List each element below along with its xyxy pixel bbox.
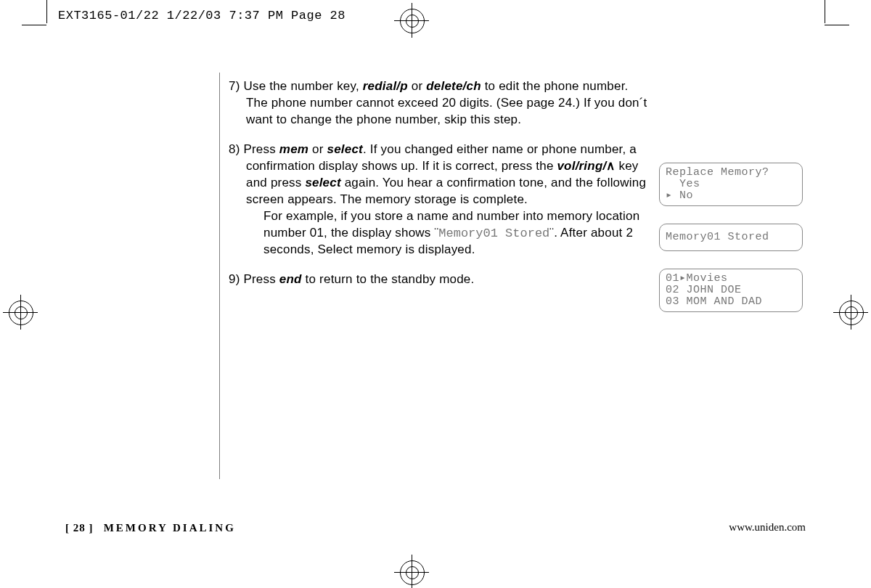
text: Press xyxy=(243,272,279,286)
text: or xyxy=(308,142,327,156)
body-text: 7) Use the number key, redial/p or delet… xyxy=(229,78,650,301)
registration-mark-top xyxy=(397,6,426,35)
registration-mark-right xyxy=(836,298,865,327)
lcd-memory-stored: Memory01 Stored xyxy=(659,224,803,251)
lcd-line: 03 MOM AND DAD xyxy=(666,295,762,308)
key-mem: mem xyxy=(279,142,308,156)
print-slug: EXT3165-01/22 1/22/03 7:37 PM Page 28 xyxy=(58,9,345,23)
lcd-inline-text: Memory01 Stored xyxy=(438,226,549,240)
cropmark xyxy=(22,25,46,25)
page-footer: [ 28 ] MEMORY DIALING www.uniden.com xyxy=(65,521,806,534)
lcd-line: 01▸Movies xyxy=(666,272,728,285)
text: Use the number key, xyxy=(243,79,362,93)
cursor-icon: ▸ xyxy=(666,189,673,202)
step-num: 7) xyxy=(229,79,240,93)
text: to return to the standby mode. xyxy=(302,272,475,286)
key-vol-ring: vol/ring/ xyxy=(557,159,606,173)
step-9: 9) Press end to return to the standby mo… xyxy=(229,271,650,288)
lcd-memory-list: 01▸Movies 02 JOHN DOE 03 MOM AND DAD xyxy=(659,269,803,312)
step-num: 9) xyxy=(229,272,240,286)
lcd-replace-memory: Replace Memory? Yes ▸ No xyxy=(659,163,803,206)
content-vertical-rule xyxy=(219,73,220,479)
step-8: 8) Press mem or select. If you changed e… xyxy=(229,142,650,259)
text: Press xyxy=(243,142,279,156)
text: or xyxy=(408,79,426,93)
step-7: 7) Use the number key, redial/p or delet… xyxy=(229,78,650,128)
registration-mark-bottom xyxy=(397,558,426,587)
lcd-line: 02 JOHN DOE xyxy=(666,284,742,296)
cursor-icon: ▸ xyxy=(679,272,687,285)
footer-url: www.uniden.com xyxy=(729,521,806,534)
key-end: end xyxy=(279,272,302,286)
lcd-line: Memory01 Stored xyxy=(666,231,769,243)
lcd-line: No xyxy=(673,189,694,202)
page-number: [ 28 ] xyxy=(65,522,94,534)
registration-mark-left xyxy=(6,298,35,327)
lcd-column: Replace Memory? Yes ▸ No Memory01 Stored… xyxy=(659,163,803,330)
caret-up-icon: ∧ xyxy=(606,159,615,173)
lcd-line: Replace Memory? xyxy=(666,166,769,179)
section-title: MEMORY DIALING xyxy=(104,522,236,534)
cropmark xyxy=(825,25,849,25)
key-select: select xyxy=(327,142,363,156)
cropmark xyxy=(825,0,825,23)
key-select: select xyxy=(305,176,340,189)
key-redial-p: redial/p xyxy=(363,79,408,93)
cropmark xyxy=(46,0,47,23)
lcd-line: Yes xyxy=(666,178,700,190)
key-delete-ch: delete/ch xyxy=(426,79,481,93)
step-num: 8) xyxy=(229,142,240,156)
